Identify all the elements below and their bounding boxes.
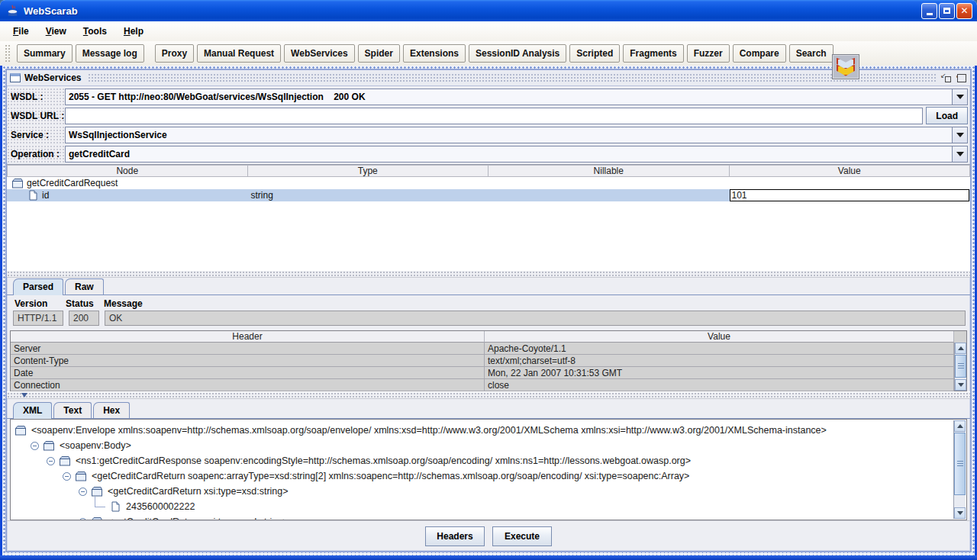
- tree-node[interactable]: <soapenv:Body>: [11, 438, 953, 453]
- type-cell: [248, 177, 489, 189]
- wsdl-combobox[interactable]: 2055 - GET http://neo:80/WebGoat/service…: [65, 89, 968, 105]
- toolbar-button-summary[interactable]: Summary: [17, 44, 73, 63]
- tree-node[interactable]: <getCreditCardReturn xsi:type=xsd:string…: [11, 484, 953, 499]
- service-dropdown-button[interactable]: [952, 127, 967, 143]
- column-header-node[interactable]: Node: [7, 165, 248, 177]
- tab-parsed[interactable]: Parsed: [13, 278, 63, 295]
- tree-expand-handle[interactable]: [79, 488, 87, 496]
- column-header-value[interactable]: Value: [485, 331, 954, 343]
- node-cell[interactable]: id: [7, 189, 248, 201]
- service-combobox[interactable]: WsSqlInjectionService: [65, 127, 968, 143]
- xml-tree: <soapenv:Envelope xmlns:soapenv=http://s…: [11, 420, 953, 519]
- tree-expand-handle[interactable]: [31, 442, 39, 450]
- column-header-type[interactable]: Type: [248, 165, 489, 177]
- headers-button[interactable]: Headers: [425, 526, 485, 546]
- scrollbar-thumb[interactable]: [955, 355, 966, 378]
- menu-help[interactable]: Help: [117, 24, 150, 39]
- tree-node[interactable]: <ns1:getCreditCardResponse soapenv:encod…: [11, 453, 953, 468]
- tree-node-text: <getCreditCardReturn xsi:type=xsd:string…: [108, 517, 289, 520]
- wsdl-url-input[interactable]: [65, 108, 923, 124]
- execute-button[interactable]: Execute: [492, 526, 552, 546]
- tab-xml[interactable]: XML: [13, 402, 52, 419]
- tree-node[interactable]: <getCreditCardReturn soapenc:arrayType=x…: [11, 468, 953, 484]
- scroll-up-button[interactable]: [955, 343, 966, 354]
- split-divider[interactable]: [7, 270, 970, 278]
- desktop-pane: WebServices ↙ ↙ WSDL : 2055 - GET http:/…: [0, 66, 977, 555]
- scroll-up-button[interactable]: [954, 420, 966, 432]
- maximize-button[interactable]: [939, 3, 955, 19]
- tree-node[interactable]: <soapenv:Envelope xmlns:soapenv=http://s…: [11, 423, 953, 438]
- tree-expand-handle[interactable]: [79, 518, 87, 521]
- toolbar-button-compare[interactable]: Compare: [733, 44, 786, 63]
- triangle-up-icon: [958, 346, 964, 350]
- column-header-header[interactable]: Header: [11, 331, 485, 343]
- table-row[interactable]: Connectionclose: [11, 379, 966, 391]
- file-icon: [109, 501, 121, 512]
- type-cell: string: [248, 189, 489, 201]
- folder-icon: [91, 517, 103, 520]
- close-button[interactable]: ✕: [956, 3, 972, 19]
- table-row[interactable]: DateMon, 22 Jan 2007 10:31:53 GMT: [11, 367, 966, 379]
- toolbar-button-spider[interactable]: Spider: [358, 44, 400, 63]
- folder-icon: [15, 425, 27, 436]
- toolbar-button-scripted[interactable]: Scripted: [569, 44, 620, 63]
- load-button[interactable]: Load: [926, 107, 968, 124]
- value-cell[interactable]: [730, 177, 971, 189]
- tab-raw[interactable]: Raw: [65, 278, 104, 294]
- toolbar-button-webservices[interactable]: WebServices: [284, 44, 355, 63]
- minimize-button[interactable]: [921, 3, 937, 19]
- value-cell[interactable]: 101: [730, 189, 971, 201]
- table-row[interactable]: Content-Typetext/xml;charset=utf-8: [11, 355, 966, 367]
- toolbar-button-manual-request[interactable]: Manual Request: [197, 44, 281, 63]
- divider-collapse-down-icon[interactable]: [21, 393, 27, 397]
- tree-expand-handle[interactable]: [47, 457, 55, 465]
- tree-node[interactable]: <getCreditCardReturn xsi:type=xsd:string…: [11, 514, 953, 520]
- column-header-nillable[interactable]: Nillable: [488, 165, 730, 177]
- tab-text[interactable]: Text: [53, 402, 92, 418]
- tree-expand-handle[interactable]: [63, 472, 71, 481]
- menu-file[interactable]: File: [6, 24, 36, 39]
- table-row[interactable]: getCreditCardRequest: [7, 177, 970, 189]
- tab-hex[interactable]: Hex: [93, 402, 130, 418]
- operation-dropdown-button[interactable]: [952, 146, 967, 162]
- tree-node-text: 2435600002222: [126, 501, 195, 512]
- toolbar-button-fragments[interactable]: Fragments: [623, 44, 683, 63]
- menu-tools[interactable]: Tools: [76, 24, 114, 39]
- chevron-down-icon: [956, 152, 964, 156]
- header-value-cell: Mon, 22 Jan 2007 10:31:53 GMT: [485, 367, 954, 379]
- toolbar-button-message-log[interactable]: Message log: [76, 44, 144, 63]
- nillable-cell: [488, 177, 730, 189]
- table-row[interactable]: idstring101: [7, 189, 970, 201]
- scroll-down-button[interactable]: [954, 507, 966, 519]
- wsdl-label: WSDL :: [7, 88, 65, 105]
- operation-combobox[interactable]: getCreditCard: [65, 146, 968, 163]
- toolbar-button-proxy[interactable]: Proxy: [155, 44, 194, 63]
- split-divider-2[interactable]: [7, 391, 970, 399]
- value-editor-input[interactable]: 101: [730, 189, 970, 201]
- xml-tree-scrollbar[interactable]: [953, 420, 966, 519]
- scroll-down-button[interactable]: [955, 379, 966, 391]
- wsdl-dropdown-button[interactable]: [952, 89, 967, 105]
- toolbar-button-sessionid-analysis[interactable]: SessionID Analysis: [469, 44, 566, 63]
- node-cell[interactable]: getCreditCardRequest: [7, 177, 248, 189]
- frame-minimize-icon[interactable]: ↙: [940, 72, 952, 83]
- headers-table-scrollbar[interactable]: [954, 343, 966, 391]
- header-name-cell: Date: [11, 367, 485, 379]
- node-table-header: NodeTypeNillableValue: [7, 165, 970, 177]
- toolbar-button-search[interactable]: Search: [789, 44, 834, 63]
- tree-node[interactable]: 2435600002222: [11, 499, 953, 514]
- toolbar-grip[interactable]: [5, 44, 11, 63]
- table-row[interactable]: ServerApache-Coyote/1.1: [11, 343, 966, 355]
- scrollbar-thumb[interactable]: [954, 433, 966, 495]
- internal-frame-title-bar[interactable]: WebServices ↙ ↙: [7, 70, 970, 86]
- column-header-value[interactable]: Value: [730, 165, 971, 177]
- xml-tree-panel: <soapenv:Envelope xmlns:soapenv=http://s…: [10, 419, 967, 520]
- frame-maximize-icon[interactable]: ↙: [956, 72, 967, 83]
- toolbar-button-extensions[interactable]: Extensions: [403, 44, 466, 63]
- triangle-down-icon: [958, 383, 964, 387]
- title-bar[interactable]: WebScarab ✕: [0, 0, 977, 21]
- toolbar-button-fuzzer[interactable]: Fuzzer: [687, 44, 730, 63]
- response-headers-table: HeaderValue ServerApache-Coyote/1.1Conte…: [10, 330, 967, 391]
- menu-view[interactable]: View: [39, 24, 73, 39]
- folder-icon: [11, 178, 24, 188]
